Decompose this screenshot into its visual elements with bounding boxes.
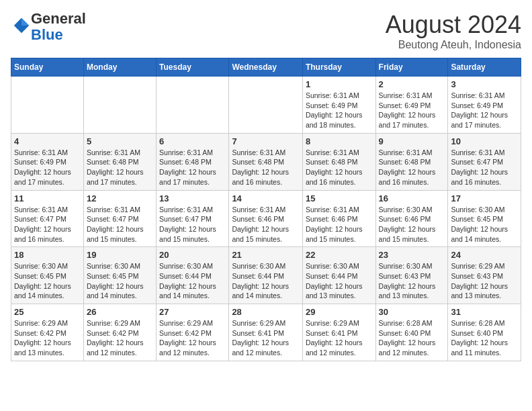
day-number: 27 (159, 307, 226, 317)
day-info: Sunrise: 6:30 AM Sunset: 6:45 PM Dayligh… (451, 205, 518, 244)
day-number: 22 (306, 250, 373, 260)
calendar-cell: 6Sunrise: 6:31 AM Sunset: 6:48 PM Daylig… (157, 133, 229, 190)
day-number: 18 (14, 250, 81, 260)
day-info: Sunrise: 6:31 AM Sunset: 6:47 PM Dayligh… (87, 205, 153, 244)
day-info: Sunrise: 6:31 AM Sunset: 6:48 PM Dayligh… (87, 148, 153, 187)
logo-blue: Blue (31, 26, 63, 43)
logo-general: General (31, 10, 86, 27)
day-number: 31 (451, 307, 518, 317)
week-row-1: 4Sunrise: 6:31 AM Sunset: 6:49 PM Daylig… (11, 133, 521, 190)
day-number: 28 (232, 307, 300, 317)
day-number: 29 (306, 307, 373, 317)
header-wednesday: Wednesday (229, 58, 303, 77)
logo-icon (12, 16, 31, 35)
day-info: Sunrise: 6:31 AM Sunset: 6:46 PM Dayligh… (232, 205, 300, 244)
calendar-cell (11, 77, 84, 134)
day-info: Sunrise: 6:29 AM Sunset: 6:42 PM Dayligh… (159, 318, 226, 358)
header-row: SundayMondayTuesdayWednesdayThursdayFrid… (11, 58, 521, 77)
day-info: Sunrise: 6:30 AM Sunset: 6:44 PM Dayligh… (232, 261, 300, 301)
calendar-body: 1Sunrise: 6:31 AM Sunset: 6:49 PM Daylig… (11, 77, 521, 361)
title-area: August 2024 Beutong Ateuh, Indonesia (386, 11, 521, 51)
day-number: 20 (159, 250, 226, 260)
calendar-header: SundayMondayTuesdayWednesdayThursdayFrid… (11, 58, 521, 77)
day-info: Sunrise: 6:29 AM Sunset: 6:41 PM Dayligh… (306, 318, 373, 358)
calendar-cell: 31Sunrise: 6:28 AM Sunset: 6:40 PM Dayli… (448, 304, 521, 361)
week-row-3: 18Sunrise: 6:30 AM Sunset: 6:45 PM Dayli… (11, 247, 521, 304)
calendar-cell: 19Sunrise: 6:30 AM Sunset: 6:45 PM Dayli… (83, 247, 156, 304)
header-monday: Monday (83, 58, 156, 77)
svg-marker-1 (21, 18, 29, 26)
calendar-cell: 11Sunrise: 6:31 AM Sunset: 6:47 PM Dayli… (11, 190, 84, 247)
calendar-cell: 8Sunrise: 6:31 AM Sunset: 6:48 PM Daylig… (302, 133, 375, 190)
day-number: 10 (451, 136, 518, 146)
location-subtitle: Beutong Ateuh, Indonesia (386, 39, 521, 51)
day-number: 12 (87, 193, 153, 203)
calendar-cell: 12Sunrise: 6:31 AM Sunset: 6:47 PM Dayli… (83, 190, 156, 247)
calendar-cell (157, 77, 229, 134)
day-number: 14 (232, 193, 300, 203)
day-number: 6 (159, 136, 226, 146)
calendar-cell: 1Sunrise: 6:31 AM Sunset: 6:49 PM Daylig… (302, 77, 375, 134)
day-number: 19 (87, 250, 153, 260)
day-number: 13 (159, 193, 226, 203)
calendar-cell: 25Sunrise: 6:29 AM Sunset: 6:42 PM Dayli… (11, 304, 84, 361)
calendar-cell: 7Sunrise: 6:31 AM Sunset: 6:48 PM Daylig… (229, 133, 303, 190)
day-number: 15 (306, 193, 373, 203)
calendar-cell: 10Sunrise: 6:31 AM Sunset: 6:47 PM Dayli… (448, 133, 521, 190)
day-info: Sunrise: 6:29 AM Sunset: 6:41 PM Dayligh… (232, 318, 300, 358)
week-row-4: 25Sunrise: 6:29 AM Sunset: 6:42 PM Dayli… (11, 304, 521, 361)
day-info: Sunrise: 6:31 AM Sunset: 6:47 PM Dayligh… (14, 205, 81, 244)
day-number: 4 (14, 136, 81, 146)
calendar-cell: 5Sunrise: 6:31 AM Sunset: 6:48 PM Daylig… (83, 133, 156, 190)
day-info: Sunrise: 6:30 AM Sunset: 6:45 PM Dayligh… (87, 261, 153, 301)
day-number: 24 (451, 250, 518, 260)
day-number: 26 (87, 307, 153, 317)
calendar-cell: 13Sunrise: 6:31 AM Sunset: 6:47 PM Dayli… (157, 190, 229, 247)
header-saturday: Saturday (448, 58, 521, 77)
day-info: Sunrise: 6:31 AM Sunset: 6:48 PM Dayligh… (159, 148, 226, 187)
day-number: 9 (379, 136, 445, 146)
calendar-cell: 4Sunrise: 6:31 AM Sunset: 6:49 PM Daylig… (11, 133, 84, 190)
day-number: 7 (232, 136, 300, 146)
day-info: Sunrise: 6:30 AM Sunset: 6:44 PM Dayligh… (306, 261, 373, 301)
logo-text: General Blue (31, 11, 86, 43)
calendar-cell: 2Sunrise: 6:31 AM Sunset: 6:49 PM Daylig… (375, 77, 448, 134)
calendar: SundayMondayTuesdayWednesdayThursdayFrid… (11, 58, 521, 361)
day-info: Sunrise: 6:29 AM Sunset: 6:42 PM Dayligh… (14, 318, 81, 358)
calendar-cell: 24Sunrise: 6:29 AM Sunset: 6:43 PM Dayli… (448, 247, 521, 304)
day-info: Sunrise: 6:31 AM Sunset: 6:47 PM Dayligh… (159, 205, 226, 244)
day-number: 25 (14, 307, 81, 317)
week-row-2: 11Sunrise: 6:31 AM Sunset: 6:47 PM Dayli… (11, 190, 521, 247)
calendar-cell: 28Sunrise: 6:29 AM Sunset: 6:41 PM Dayli… (229, 304, 303, 361)
day-info: Sunrise: 6:31 AM Sunset: 6:49 PM Dayligh… (379, 91, 445, 130)
calendar-cell: 29Sunrise: 6:29 AM Sunset: 6:41 PM Dayli… (302, 304, 375, 361)
day-number: 5 (87, 136, 153, 146)
day-number: 2 (379, 79, 445, 89)
day-info: Sunrise: 6:31 AM Sunset: 6:49 PM Dayligh… (306, 91, 373, 130)
calendar-cell (83, 77, 156, 134)
calendar-cell: 26Sunrise: 6:29 AM Sunset: 6:42 PM Dayli… (83, 304, 156, 361)
day-info: Sunrise: 6:30 AM Sunset: 6:44 PM Dayligh… (159, 261, 226, 301)
day-info: Sunrise: 6:29 AM Sunset: 6:43 PM Dayligh… (451, 261, 518, 301)
calendar-cell: 21Sunrise: 6:30 AM Sunset: 6:44 PM Dayli… (229, 247, 303, 304)
day-number: 30 (379, 307, 445, 317)
calendar-cell: 9Sunrise: 6:31 AM Sunset: 6:48 PM Daylig… (375, 133, 448, 190)
calendar-cell: 17Sunrise: 6:30 AM Sunset: 6:45 PM Dayli… (448, 190, 521, 247)
day-info: Sunrise: 6:29 AM Sunset: 6:42 PM Dayligh… (87, 318, 153, 358)
day-number: 11 (14, 193, 81, 203)
header-sunday: Sunday (11, 58, 84, 77)
header: General Blue August 2024 Beutong Ateuh, … (11, 11, 521, 51)
calendar-cell: 15Sunrise: 6:31 AM Sunset: 6:46 PM Dayli… (302, 190, 375, 247)
day-info: Sunrise: 6:31 AM Sunset: 6:48 PM Dayligh… (232, 148, 300, 187)
day-info: Sunrise: 6:28 AM Sunset: 6:40 PM Dayligh… (379, 318, 445, 358)
header-thursday: Thursday (302, 58, 375, 77)
day-info: Sunrise: 6:31 AM Sunset: 6:49 PM Dayligh… (14, 148, 81, 187)
calendar-cell: 22Sunrise: 6:30 AM Sunset: 6:44 PM Dayli… (302, 247, 375, 304)
day-info: Sunrise: 6:31 AM Sunset: 6:48 PM Dayligh… (379, 148, 445, 187)
calendar-cell: 14Sunrise: 6:31 AM Sunset: 6:46 PM Dayli… (229, 190, 303, 247)
calendar-cell (229, 77, 303, 134)
day-info: Sunrise: 6:30 AM Sunset: 6:43 PM Dayligh… (379, 261, 445, 301)
day-info: Sunrise: 6:31 AM Sunset: 6:46 PM Dayligh… (306, 205, 373, 244)
day-number: 16 (379, 193, 445, 203)
day-info: Sunrise: 6:31 AM Sunset: 6:48 PM Dayligh… (306, 148, 373, 187)
